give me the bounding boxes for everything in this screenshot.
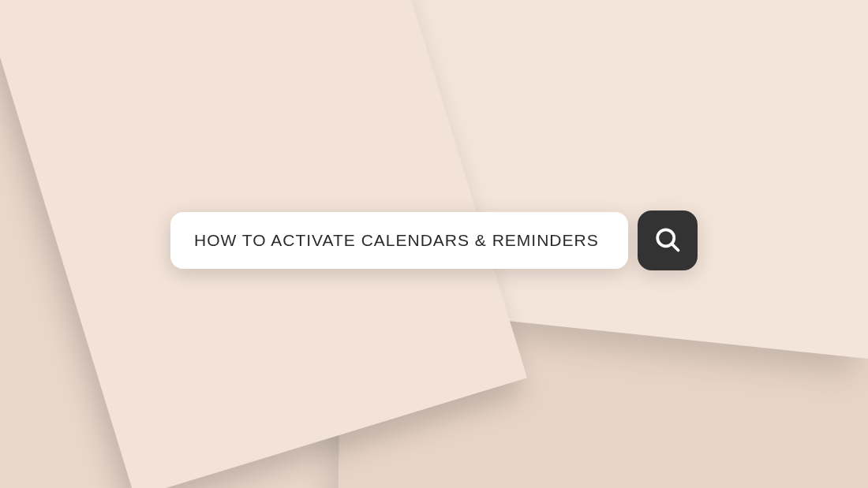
search-input-box[interactable]: HOW TO ACTIVATE CALENDARS & REMINDERS (170, 212, 628, 269)
search-container: HOW TO ACTIVATE CALENDARS & REMINDERS (170, 210, 698, 270)
search-button[interactable] (638, 210, 698, 270)
svg-line-1 (672, 244, 678, 250)
search-query-text: HOW TO ACTIVATE CALENDARS & REMINDERS (194, 231, 599, 250)
search-icon (653, 225, 682, 256)
